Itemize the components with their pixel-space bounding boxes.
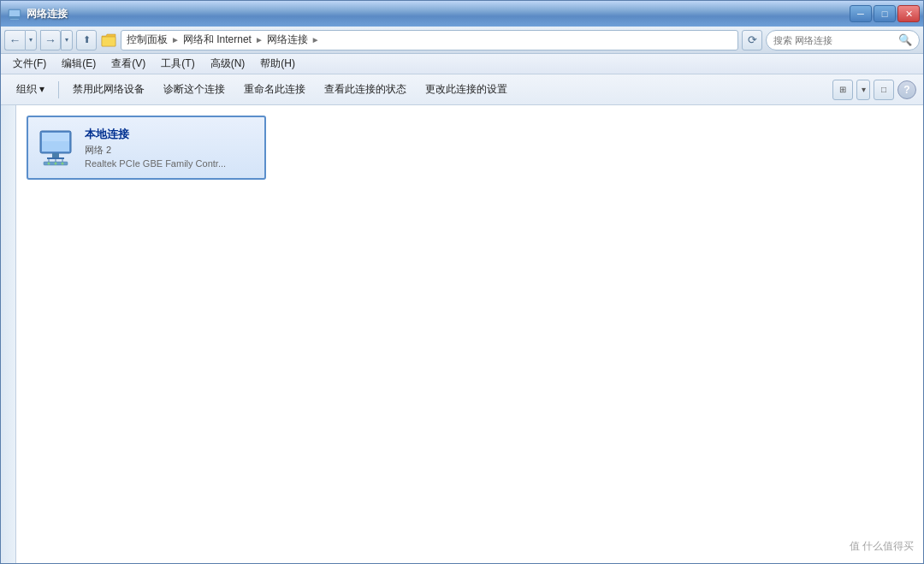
svg-rect-4	[10, 19, 19, 20]
menu-advanced[interactable]: 高级(N)	[204, 55, 252, 73]
forward-dropdown[interactable]: ▾	[61, 30, 73, 50]
refresh-button[interactable]: ⟳	[742, 30, 762, 50]
organize-button[interactable]: 组织 ▾	[8, 79, 53, 100]
content-area: 本地连接 网络 2 Realtek PCIe GBE Family Contr.…	[16, 105, 923, 563]
network-info: 本地连接 网络 2 Realtek PCIe GBE Family Contr.…	[85, 127, 226, 169]
svg-rect-1	[9, 10, 20, 16]
rename-button[interactable]: 重命名此连接	[235, 79, 314, 100]
svg-rect-9	[52, 153, 59, 157]
explorer-window: 网络连接 ─ □ ✕ ← ▾ → ▾ ⬆ 控制面板 ►	[0, 0, 924, 564]
title-controls: ─ □ ✕	[850, 5, 920, 22]
search-icon[interactable]: 🔍	[898, 33, 912, 47]
view-dropdown-button[interactable]: ▾	[856, 80, 870, 100]
svg-point-12	[48, 162, 50, 164]
pane-button[interactable]: □	[874, 80, 894, 100]
search-input[interactable]	[773, 35, 895, 45]
toolbar-divider-1	[58, 81, 59, 98]
window-icon	[8, 7, 21, 21]
close-button[interactable]: ✕	[897, 5, 920, 22]
title-bar: 网络连接 ─ □ ✕	[1, 1, 923, 27]
menu-view[interactable]: 查看(V)	[104, 55, 152, 73]
forward-button[interactable]: →	[40, 30, 61, 50]
left-nav	[1, 105, 16, 563]
toolbar-right: ⊞ ▾ □ ?	[832, 80, 916, 100]
network-connection-item[interactable]: 本地连接 网络 2 Realtek PCIe GBE Family Contr.…	[27, 116, 266, 180]
help-button[interactable]: ?	[897, 80, 916, 99]
view-icon-button[interactable]: ⊞	[832, 80, 853, 100]
svg-point-13	[55, 162, 57, 164]
title-bar-left: 网络连接	[8, 7, 68, 21]
svg-rect-10	[47, 157, 64, 159]
folder-icon	[100, 32, 117, 49]
back-dropdown[interactable]: ▾	[25, 30, 37, 50]
network-connection-status: 网络 2	[85, 144, 226, 157]
path-network: 网络和 Internet	[183, 33, 252, 47]
svg-rect-5	[102, 37, 116, 46]
network-computer-icon	[35, 128, 76, 169]
menu-edit[interactable]: 编辑(E)	[55, 55, 103, 73]
address-path[interactable]: 控制面板 ► 网络和 Internet ► 网络连接 ►	[121, 30, 738, 50]
network-adapter-name: Realtek PCIe GBE Family Contr...	[85, 158, 226, 169]
svg-point-14	[62, 162, 64, 164]
settings-button[interactable]: 更改此连接的设置	[417, 79, 516, 100]
recent-pages-button[interactable]: ⬆	[76, 30, 97, 50]
title-text: 网络连接	[27, 7, 68, 21]
nav-forward-group: → ▾	[40, 30, 73, 50]
menu-help[interactable]: 帮助(H)	[253, 55, 302, 73]
minimize-button[interactable]: ─	[850, 5, 872, 22]
main-area: 本地连接 网络 2 Realtek PCIe GBE Family Contr.…	[1, 105, 923, 563]
diagnose-button[interactable]: 诊断这个连接	[155, 79, 234, 100]
network-connection-name: 本地连接	[85, 127, 226, 142]
search-box[interactable]: 🔍	[766, 30, 920, 50]
toolbar: 组织 ▾ 禁用此网络设备 诊断这个连接 重命名此连接 查看此连接的状态 更改此连…	[1, 74, 923, 105]
svg-rect-2	[9, 16, 21, 18]
path-controlpanel: 控制面板	[127, 33, 168, 47]
back-button[interactable]: ←	[4, 30, 25, 50]
disable-network-button[interactable]: 禁用此网络设备	[64, 79, 153, 100]
menu-bar: 文件(F) 编辑(E) 查看(V) 工具(T) 高级(N) 帮助(H)	[1, 54, 923, 74]
nav-back-group: ← ▾	[4, 30, 37, 50]
svg-rect-8	[42, 133, 69, 141]
status-button[interactable]: 查看此连接的状态	[316, 79, 415, 100]
maximize-button[interactable]: □	[874, 5, 896, 22]
menu-tools[interactable]: 工具(T)	[154, 55, 201, 73]
menu-file[interactable]: 文件(F)	[6, 55, 53, 73]
watermark: 值 什么值得买	[850, 539, 914, 554]
path-connections: 网络连接	[267, 33, 308, 47]
address-bar: ← ▾ → ▾ ⬆ 控制面板 ► 网络和 Internet ► 网络连接	[1, 27, 923, 54]
